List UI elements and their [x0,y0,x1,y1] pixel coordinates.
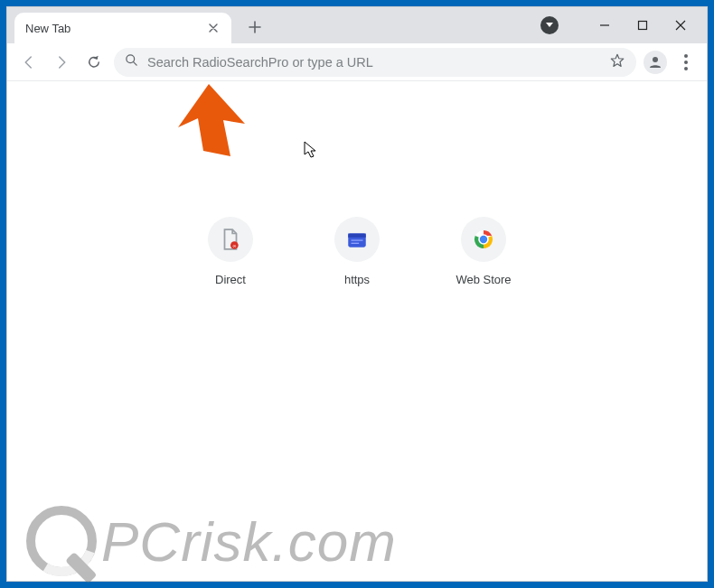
profile-avatar-icon[interactable] [644,51,667,74]
svg-rect-2 [639,22,647,30]
close-window-button[interactable] [674,19,687,32]
shortcut-label: https [344,273,370,286]
shortcut-tile-icon: ∞ [208,217,253,262]
address-bar[interactable] [114,48,636,77]
shortcut-direct[interactable]: ∞ Direct [185,217,276,286]
watermark: PCrisk.com [16,496,397,586]
svg-rect-13 [348,234,366,238]
maximize-button[interactable] [636,19,649,32]
new-tab-button[interactable] [242,14,268,40]
shortcut-tile-icon [334,217,380,262]
svg-rect-21 [65,552,97,583]
address-input[interactable] [147,55,600,70]
svg-text:∞: ∞ [232,243,236,248]
toolbar [7,43,707,81]
shortcut-tile-icon [461,217,506,262]
shortcut-label: Web Store [456,273,511,286]
shortcut-web-store[interactable]: Web Store [438,217,529,286]
shortcut-https[interactable]: https [312,217,402,286]
forward-button[interactable] [49,50,74,75]
reload-button[interactable] [81,50,107,75]
search-icon [125,53,138,70]
back-button[interactable] [16,50,42,75]
svg-line-5 [133,61,136,65]
new-tab-page: ∞ Direct https Web Store [7,81,707,581]
bookmark-star-icon[interactable] [609,52,625,72]
svg-point-19 [31,510,92,572]
window-controls [521,7,707,43]
svg-point-9 [684,67,688,70]
shortcut-row: ∞ Direct https Web Store [185,217,529,286]
tab-strip: New Tab [7,7,707,43]
tab-new-tab[interactable]: New Tab [14,13,231,43]
watermark-text: PCrisk.com [101,509,397,574]
menu-button[interactable] [674,54,698,70]
svg-point-6 [653,57,658,62]
watermark-logo-icon [16,496,107,586]
tab-close-icon[interactable] [206,21,221,35]
minimize-button[interactable] [598,19,611,32]
extension-badge-icon[interactable] [540,16,559,34]
browser-window: New Tab [6,6,708,582]
svg-point-7 [684,54,688,58]
tab-title: New Tab [25,22,70,35]
svg-marker-0 [546,23,553,27]
svg-point-20 [22,501,100,580]
shortcut-label: Direct [215,273,246,286]
svg-point-8 [684,61,688,64]
